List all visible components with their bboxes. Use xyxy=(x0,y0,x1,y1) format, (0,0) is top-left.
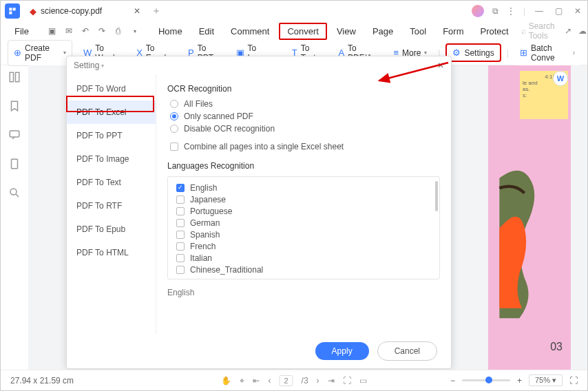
ocr-disable-radio[interactable]: Disable OCR recognition xyxy=(167,124,440,134)
lang-portuguese[interactable]: Portuguese xyxy=(174,207,434,216)
minimize-button[interactable]: — xyxy=(534,6,545,16)
menu-tool[interactable]: Tool xyxy=(403,24,433,39)
search-icon: ⌕ xyxy=(521,26,526,36)
zoom-slider[interactable] xyxy=(462,379,510,381)
prev-page-icon[interactable]: ‹ xyxy=(268,376,271,385)
sidebar-item-pdf-to-epub[interactable]: PDF To Epub xyxy=(67,218,156,241)
fit-page-icon[interactable]: ▭ xyxy=(359,376,367,385)
languages-list[interactable]: English Japanese Portuguese German Spani… xyxy=(167,176,440,279)
settings-button[interactable]: ⚙Settings xyxy=(445,43,501,62)
attachment-icon[interactable] xyxy=(8,158,21,170)
menubar: File ▣ ✉ ↶ ↷ ⎙ ▾ Home Edit Comment Conve… xyxy=(1,21,587,41)
lang-section-title: Languages Recognition xyxy=(167,161,440,171)
search-side-icon[interactable] xyxy=(8,187,21,199)
create-pdf-button[interactable]: ⊕Create PDF▾ xyxy=(8,40,72,66)
first-page-icon[interactable]: ⇤ xyxy=(253,376,260,385)
svg-rect-2 xyxy=(9,12,12,14)
fit-width-icon[interactable]: ⛶ xyxy=(343,376,351,385)
close-window-button[interactable]: ✕ xyxy=(572,6,583,16)
pdf-icon: ◆ xyxy=(30,6,36,17)
menu-protect[interactable]: Protect xyxy=(473,24,515,39)
lang-german[interactable]: German xyxy=(174,218,434,228)
lang-french[interactable]: French xyxy=(174,242,434,251)
cancel-button[interactable]: Cancel xyxy=(377,341,437,361)
save-icon[interactable]: ▣ xyxy=(47,25,58,36)
ocr-all-files-radio[interactable]: All Files xyxy=(167,99,440,109)
batch-convert-button[interactable]: ⊞Batch Conve› xyxy=(514,41,580,65)
lang-english[interactable]: English xyxy=(174,183,434,193)
sidebar-item-pdf-to-word[interactable]: PDF To Word xyxy=(67,77,156,101)
fullscreen-icon[interactable]: ⛶ xyxy=(569,376,578,385)
panel-title: Setting xyxy=(74,61,99,70)
kebab-icon[interactable]: ⋮ xyxy=(507,6,515,16)
left-sidebar xyxy=(1,65,28,199)
settings-sidebar: PDF To Word PDF To Excel PDF To PPT PDF … xyxy=(67,74,156,334)
search-placeholder: Search Tools xyxy=(529,21,555,41)
batch-icon: ⊞ xyxy=(520,47,527,58)
sidebar-item-pdf-to-html[interactable]: PDF To HTML xyxy=(67,241,156,264)
chevron-down-icon[interactable]: ▾ xyxy=(101,63,104,69)
page-total: /3 xyxy=(302,376,308,385)
sidebar-item-pdf-to-rtf[interactable]: PDF To RTF xyxy=(67,194,156,218)
menu-form[interactable]: Form xyxy=(436,24,470,39)
apply-button[interactable]: Apply xyxy=(315,342,369,360)
share-icon[interactable]: ⧉ xyxy=(492,6,498,16)
sidebar-item-pdf-to-text[interactable]: PDF To Text xyxy=(67,171,156,194)
menu-edit[interactable]: Edit xyxy=(192,24,221,39)
menu-page[interactable]: Page xyxy=(366,24,400,39)
lang-japanese[interactable]: Japanese xyxy=(174,195,434,204)
next-page-icon[interactable]: › xyxy=(317,376,319,385)
close-tab-icon[interactable]: ✕ xyxy=(134,6,140,16)
ocr-scanned-radio[interactable]: Only scanned PDF xyxy=(167,112,440,121)
svg-rect-1 xyxy=(13,8,16,10)
document-tab[interactable]: ◆ science-copy.pdf ✕ xyxy=(24,2,146,20)
menu-home[interactable]: Home xyxy=(151,24,189,39)
page-input[interactable]: 2 xyxy=(279,375,293,386)
undo-icon[interactable]: ↶ xyxy=(80,25,91,36)
hand-tool-icon[interactable]: ✋ xyxy=(221,376,231,385)
mail-icon[interactable]: ✉ xyxy=(63,25,74,36)
new-tab-button[interactable]: ＋ xyxy=(151,5,161,17)
redo-icon[interactable]: ↷ xyxy=(96,25,107,36)
selected-language-label: English xyxy=(167,288,440,297)
svg-rect-6 xyxy=(12,159,18,169)
cloud-icon[interactable]: ☁ xyxy=(578,26,587,36)
menu-comment[interactable]: Comment xyxy=(224,24,276,39)
scrollbar[interactable] xyxy=(435,181,438,211)
select-tool-icon[interactable]: ⌖ xyxy=(240,376,244,385)
ocr-section-title: OCR Recognition xyxy=(167,84,440,94)
word-badge-icon[interactable]: W xyxy=(553,71,568,86)
zoom-value[interactable]: 75% ▾ xyxy=(529,374,563,386)
avatar-icon[interactable] xyxy=(472,5,484,17)
app-icon xyxy=(5,3,20,19)
menu-convert[interactable]: Convert xyxy=(279,23,327,40)
titlebar: ◆ science-copy.pdf ✕ ＋ ⧉ ⋮ | — ▢ ✕ xyxy=(1,1,587,21)
combine-pages-checkbox[interactable]: Combine all pages into a single Excel sh… xyxy=(167,142,440,151)
menu-view[interactable]: View xyxy=(330,24,363,39)
last-page-icon[interactable]: ⇥ xyxy=(328,376,335,385)
titlebar-right: ⧉ ⋮ | — ▢ ✕ xyxy=(472,5,583,17)
sidebar-item-pdf-to-image[interactable]: PDF To Image xyxy=(67,147,156,171)
svg-point-7 xyxy=(10,189,17,195)
thumbnails-icon[interactable] xyxy=(8,71,21,83)
lang-chinese-trad[interactable]: Chinese_Traditional xyxy=(174,265,434,275)
comment-icon[interactable] xyxy=(8,129,21,141)
svg-rect-3 xyxy=(10,72,13,82)
zoom-in-icon[interactable]: + xyxy=(517,376,522,385)
zoom-out-icon[interactable]: − xyxy=(450,376,455,385)
print-icon[interactable]: ⎙ xyxy=(113,25,124,36)
lang-spanish[interactable]: Spanish xyxy=(174,230,434,240)
maximize-button[interactable]: ▢ xyxy=(553,6,564,16)
close-panel-button[interactable]: ✕ xyxy=(437,61,444,70)
bookmark-icon[interactable] xyxy=(8,100,21,112)
search-input[interactable]: ⌕ Search Tools xyxy=(518,20,558,42)
print-dropdown-icon[interactable]: ▾ xyxy=(129,25,140,36)
svg-rect-5 xyxy=(10,131,19,137)
lang-italian[interactable]: Italian xyxy=(174,253,434,263)
gear-icon: ⚙ xyxy=(452,47,461,58)
sidebar-item-pdf-to-excel[interactable]: PDF To Excel xyxy=(67,101,156,124)
plus-icon: ⊕ xyxy=(14,47,21,58)
open-external-icon[interactable]: ↗ xyxy=(565,26,571,36)
menu-file[interactable]: File xyxy=(8,24,36,39)
sidebar-item-pdf-to-ppt[interactable]: PDF To PPT xyxy=(67,124,156,147)
